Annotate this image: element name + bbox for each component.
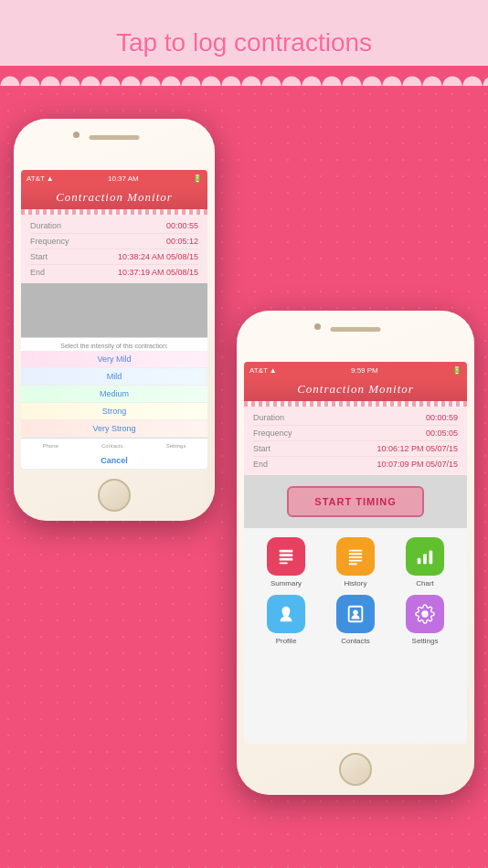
svg-rect-9 — [418, 558, 421, 564]
duration-row-left: Duration 00:00:55 — [30, 218, 198, 234]
icon-cell-summary[interactable]: Summary — [255, 537, 317, 587]
intensity-picker: Select the intensity of this contraction… — [21, 337, 207, 470]
wifi-icon-right: ▲ — [270, 366, 277, 375]
app-name-right: Contraction Monitor — [297, 382, 414, 396]
start-value-left: 10:38:24 AM 05/08/15 — [118, 252, 198, 261]
settings-label: Settings — [412, 637, 439, 645]
speaker-left — [90, 135, 140, 140]
contacts-icon — [336, 595, 375, 633]
intensity-title: Select the intensity of this contraction… — [21, 338, 207, 351]
wifi-icon: ▲ — [47, 175, 54, 183]
status-bar-right: AT&T ▲ 9:59 PM 🔋 — [244, 362, 467, 378]
signal-right: AT&T ▲ — [249, 366, 277, 375]
svg-rect-4 — [349, 550, 363, 552]
intensity-strong[interactable]: Strong — [21, 403, 207, 420]
icon-grid: Summary History — [244, 528, 467, 654]
app-header-right: Contraction Monitor — [244, 378, 467, 401]
intensity-very-mild[interactable]: Very Mild — [21, 351, 207, 368]
tab-contacts[interactable]: Contacts — [101, 443, 123, 449]
status-bar-left: AT&T ▲ 10:37 AM 🔋 — [21, 170, 207, 186]
tab-phone[interactable]: Phone — [43, 443, 58, 449]
phone-bottom-right — [237, 744, 474, 795]
tab-bar-left: Phone Contacts Settings — [21, 438, 207, 452]
battery-icon-right: 🔋 — [452, 366, 461, 375]
status-icons-left: 🔋 — [193, 175, 202, 183]
end-label-left: End — [30, 268, 45, 277]
summary-label: Summary — [271, 579, 302, 587]
intensity-medium[interactable]: Medium — [21, 386, 207, 403]
profile-icon — [267, 595, 305, 633]
left-phone: AT&T ▲ 10:37 AM 🔋 Contraction Monitor Du… — [14, 119, 215, 521]
svg-rect-1 — [280, 554, 293, 556]
history-icon — [336, 537, 375, 576]
frequency-label-right: Frequency — [253, 429, 292, 438]
app-header-left: Contraction Monitor — [21, 186, 207, 209]
frequency-label-left: Frequency — [30, 237, 69, 246]
camera-right — [314, 323, 321, 330]
page-title: Tap to log contractions — [0, 0, 488, 66]
info-section-right: Duration 00:00:59 Frequency 00:05:05 Sta… — [244, 407, 467, 475]
frequency-row-right: Frequency 00:05:05 — [253, 426, 458, 441]
icon-cell-settings[interactable]: Settings — [394, 595, 456, 645]
summary-icon — [267, 537, 305, 576]
settings-icon — [406, 595, 444, 633]
phone-bottom-left — [14, 470, 215, 521]
phone-top-left — [14, 119, 215, 170]
profile-label: Profile — [276, 637, 297, 645]
start-label-left: Start — [30, 252, 48, 261]
camera-left — [73, 132, 80, 138]
start-row-right: Start 10:06:12 PM 05/07/15 — [253, 441, 458, 457]
phone-top-right — [237, 311, 474, 362]
battery-icon-left: 🔋 — [193, 175, 202, 183]
end-row-left: End 10:37:19 AM 05/08/15 — [30, 265, 198, 280]
time-left: 10:37 AM — [108, 175, 139, 183]
icon-cell-history[interactable]: History — [324, 537, 387, 587]
end-value-right: 10:07:09 PM 05/07/15 — [377, 460, 458, 469]
history-label: History — [345, 579, 367, 587]
icon-cell-contacts[interactable]: Contacts — [324, 595, 387, 645]
svg-rect-11 — [430, 551, 433, 565]
tab-settings-tab[interactable]: Settings — [166, 443, 186, 449]
screen-right: AT&T ▲ 9:59 PM 🔋 Contraction Monitor Dur… — [244, 362, 467, 744]
chart-label: Chart — [416, 579, 434, 587]
duration-value-right: 00:00:59 — [426, 413, 458, 422]
start-label-right: Start — [253, 444, 271, 453]
chart-icon — [406, 537, 444, 576]
duration-row-right: Duration 00:00:59 — [253, 410, 458, 426]
svg-rect-10 — [423, 554, 427, 564]
intensity-mild[interactable]: Mild — [21, 368, 207, 386]
duration-value-left: 00:00:55 — [166, 221, 198, 230]
home-button-right[interactable] — [339, 753, 372, 786]
svg-point-13 — [353, 609, 358, 615]
contacts-label: Contacts — [341, 637, 370, 645]
svg-rect-7 — [349, 560, 363, 562]
frequency-value-left: 00:05:12 — [166, 237, 198, 246]
duration-label-right: Duration — [253, 413, 284, 422]
frequency-row-left: Frequency 00:05:12 — [30, 234, 198, 249]
right-phone: AT&T ▲ 9:59 PM 🔋 Contraction Monitor Dur… — [237, 311, 474, 795]
start-timing-button-right[interactable]: START TIMING — [287, 486, 423, 517]
icon-cell-profile[interactable]: Profile — [255, 595, 317, 645]
start-value-right: 10:06:12 PM 05/07/15 — [377, 444, 458, 453]
frequency-value-right: 00:05:05 — [426, 429, 458, 438]
svg-rect-3 — [280, 562, 288, 564]
icon-cell-chart[interactable]: Chart — [394, 537, 456, 587]
carrier-right: AT&T — [249, 366, 268, 375]
lace-decoration — [0, 66, 488, 86]
speaker-right — [331, 327, 381, 332]
carrier-left: AT&T — [27, 175, 45, 183]
svg-rect-5 — [349, 553, 363, 555]
screen-left: AT&T ▲ 10:37 AM 🔋 Contraction Monitor Du… — [21, 170, 207, 470]
intensity-cancel[interactable]: Cancel — [21, 452, 207, 470]
home-button-left[interactable] — [98, 479, 131, 512]
status-icons-right: 🔋 — [452, 366, 461, 375]
end-row-right: End 10:07:09 PM 05/07/15 — [253, 457, 458, 471]
end-label-right: End — [253, 460, 268, 469]
start-row-left: Start 10:38:24 AM 05/08/15 — [30, 249, 198, 265]
intensity-very-strong[interactable]: Very Strong — [21, 420, 207, 438]
svg-rect-0 — [280, 550, 293, 553]
signal-left: AT&T ▲ — [27, 175, 54, 183]
info-section-left: Duration 00:00:55 Frequency 00:05:12 Sta… — [21, 215, 207, 283]
svg-rect-6 — [349, 556, 363, 558]
time-right: 9:59 PM — [351, 366, 378, 375]
